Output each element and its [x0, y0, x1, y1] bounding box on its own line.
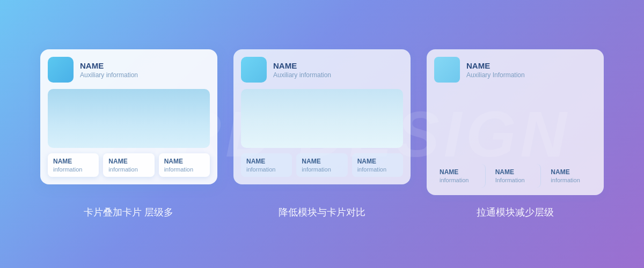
card-2-stat-1: NAME information	[296, 153, 347, 177]
card-2-stat-2-name: NAME	[357, 158, 398, 165]
card-1-header-text: NAME Auxiliary information	[80, 61, 138, 79]
card-1-inner-card	[48, 89, 210, 148]
card-3-stat-1-name: NAME	[495, 168, 536, 176]
card-3-label-container: 拉通模块减少层级	[427, 206, 604, 219]
card-3-stat-2-info: information	[551, 177, 591, 183]
card-3-stats-row: NAME information NAME Information NAME i…	[434, 164, 596, 188]
card-3-stat-0: NAME information	[434, 164, 486, 188]
card-3-stat-0-name: NAME	[440, 168, 480, 176]
card-1-label: 卡片叠加卡片 层级多	[84, 207, 173, 218]
card-2-stats-row: NAME information NAME information NAME i…	[241, 153, 403, 177]
card-3-inner-area	[434, 89, 596, 159]
card-3: NAME Auxiliary Information NAME informat…	[427, 49, 604, 195]
card-1-stat-1-name: NAME	[108, 158, 149, 165]
card-3-stat-1-info: Information	[495, 177, 536, 183]
card-1-stat-0: NAME information	[48, 153, 99, 177]
card-2-label: 降低模块与卡片对比	[279, 207, 365, 218]
card-3-label: 拉通模块减少层级	[477, 207, 554, 218]
card-1-stat-0-info: information	[53, 166, 93, 173]
main-content: NAME Auxiliary information NAME informat…	[40, 49, 604, 219]
card-3-name: NAME	[466, 61, 525, 70]
card-1-label-container: 卡片叠加卡片 层级多	[40, 206, 217, 219]
card-2-stat-2-info: information	[357, 166, 398, 173]
card-1-avatar	[48, 57, 74, 83]
card-1-stats-row: NAME information NAME information NAME i…	[48, 153, 210, 177]
card-1-stat-1-info: information	[108, 166, 149, 173]
card-2-header-text: NAME Auxiliary information	[273, 61, 331, 79]
card-2-stat-1-name: NAME	[302, 158, 342, 165]
card-3-header: NAME Auxiliary Information	[434, 57, 596, 83]
cards-row: NAME Auxiliary information NAME informat…	[40, 49, 604, 195]
card-3-avatar	[434, 57, 460, 83]
card-3-stat-0-info: information	[440, 177, 480, 183]
card-1: NAME Auxiliary information NAME informat…	[40, 49, 217, 184]
card-2-label-container: 降低模块与卡片对比	[233, 206, 411, 219]
card-1-aux: Auxiliary information	[80, 71, 138, 79]
card-2-stat-0-name: NAME	[246, 158, 287, 165]
card-2-aux: Auxiliary information	[273, 71, 331, 79]
card-2-stat-2: NAME information	[352, 153, 403, 177]
card-2-avatar	[241, 57, 267, 83]
card-2-stat-0: NAME information	[241, 153, 292, 177]
card-2: NAME Auxiliary information NAME informat…	[233, 49, 411, 184]
card-2-name: NAME	[273, 61, 331, 70]
card-3-stat-2: NAME information	[545, 164, 596, 188]
card-1-stat-2: NAME information	[159, 153, 210, 177]
card-1-stat-1: NAME information	[103, 153, 154, 177]
card-3-stat-2-name: NAME	[551, 168, 591, 176]
card-3-header-text: NAME Auxiliary Information	[466, 61, 525, 79]
card-1-name: NAME	[80, 61, 138, 70]
card-1-header: NAME Auxiliary information	[48, 57, 210, 83]
card-3-aux: Auxiliary Information	[466, 71, 525, 79]
labels-row: 卡片叠加卡片 层级多 降低模块与卡片对比 拉通模块减少层级	[40, 206, 604, 219]
card-1-stat-0-name: NAME	[53, 158, 93, 165]
card-2-stat-0-info: information	[246, 166, 287, 173]
card-1-stat-2-name: NAME	[164, 158, 204, 165]
card-1-stat-2-info: information	[164, 166, 204, 173]
card-3-stat-1: NAME Information	[490, 164, 541, 188]
card-2-header: NAME Auxiliary information	[241, 57, 403, 83]
card-2-stat-1-info: information	[302, 166, 342, 173]
card-2-inner-card	[241, 89, 403, 148]
